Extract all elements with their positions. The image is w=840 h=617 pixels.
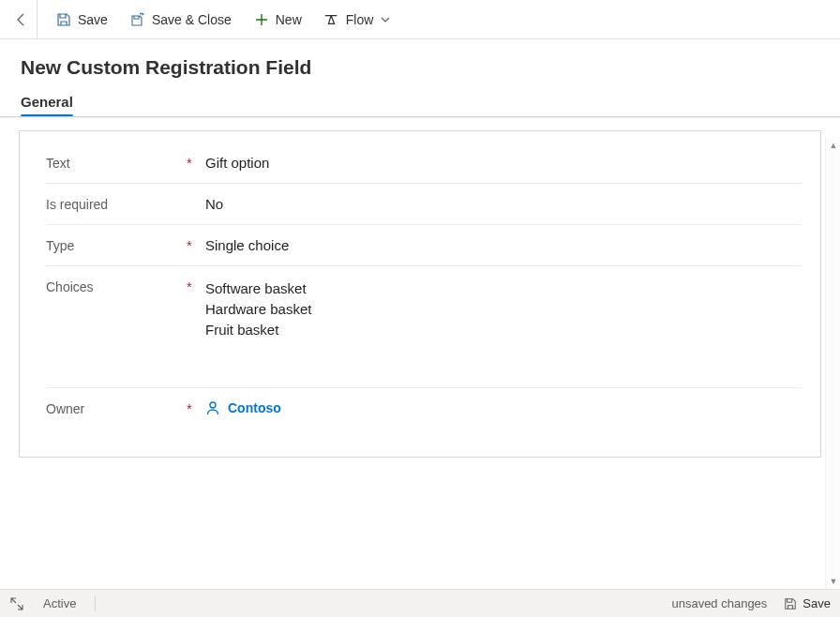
new-button[interactable]: New [245, 7, 311, 33]
tab-list: General [21, 94, 819, 116]
choice-item: Software basket [205, 278, 802, 299]
unsaved-indicator: unsaved changes [671, 596, 767, 610]
scroll-down-icon[interactable]: ▼ [826, 574, 840, 589]
field-choices[interactable]: Choices * Software basket Hardware baske… [46, 266, 802, 388]
required-indicator: * [187, 155, 205, 171]
required-indicator: * [187, 278, 205, 294]
field-type[interactable]: Type * Single choice [46, 225, 802, 266]
flow-button[interactable]: Flow [315, 7, 401, 33]
save-close-icon [130, 12, 145, 27]
arrow-left-icon [14, 12, 29, 27]
save-close-label: Save & Close [152, 12, 232, 27]
save-label: Save [78, 12, 108, 27]
save-icon [784, 597, 797, 610]
page-title: New Custom Registration Field [21, 56, 819, 79]
field-text[interactable]: Text * Gift option [46, 143, 802, 184]
chevron-down-icon [380, 14, 391, 25]
tab-general[interactable]: General [21, 94, 73, 115]
owner-name: Contoso [228, 400, 281, 415]
command-bar: Save Save & Close New Flow [0, 0, 840, 39]
back-button[interactable] [6, 0, 38, 39]
flow-icon [324, 12, 339, 27]
footer-save-label: Save [802, 596, 831, 610]
field-owner[interactable]: Owner * Contoso [46, 388, 802, 430]
save-icon [56, 12, 71, 27]
field-text-value: Gift option [205, 155, 802, 171]
field-is-required-label: Is required [46, 196, 187, 212]
save-close-button[interactable]: Save & Close [121, 7, 241, 33]
choice-item: Hardware basket [205, 299, 802, 320]
field-type-label: Type [46, 237, 187, 253]
person-icon [205, 400, 220, 415]
flow-label: Flow [346, 12, 374, 27]
plus-icon [254, 12, 269, 27]
choice-item: Fruit basket [205, 320, 802, 340]
page-header: New Custom Registration Field General [0, 39, 840, 116]
divider [95, 596, 96, 611]
save-button[interactable]: Save [47, 7, 117, 33]
form-content: Text * Gift option Is required No Type *… [0, 116, 840, 458]
field-is-required-value: No [205, 196, 802, 212]
scrollbar[interactable]: ▲ ▼ [825, 138, 840, 589]
owner-lookup[interactable]: Contoso [205, 400, 281, 415]
footer-save-button[interactable]: Save [784, 596, 831, 610]
record-status: Active [43, 596, 76, 610]
new-label: New [276, 12, 302, 27]
expand-button[interactable] [9, 596, 24, 611]
field-text-label: Text [46, 155, 187, 171]
field-choices-value: Software basket Hardware basket Fruit ba… [205, 278, 802, 340]
required-indicator: * [187, 400, 205, 416]
required-indicator: * [187, 237, 205, 253]
form-card: Text * Gift option Is required No Type *… [19, 130, 821, 458]
status-bar: Active unsaved changes Save [0, 589, 840, 617]
field-owner-label: Owner [46, 400, 187, 416]
field-owner-value: Contoso [205, 400, 802, 418]
expand-icon [10, 597, 23, 610]
field-is-required[interactable]: Is required No [46, 184, 802, 225]
svg-point-0 [210, 402, 216, 408]
field-type-value: Single choice [205, 237, 802, 253]
scroll-up-icon[interactable]: ▲ [826, 138, 840, 153]
field-choices-label: Choices [46, 278, 187, 294]
